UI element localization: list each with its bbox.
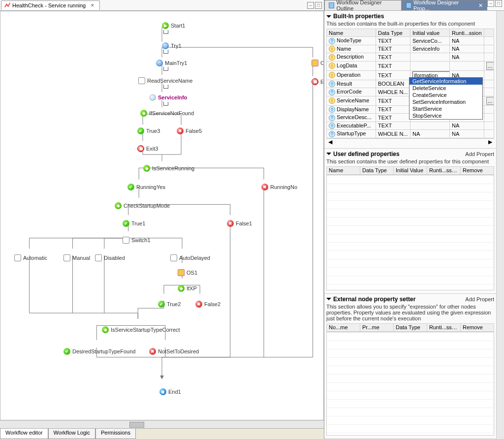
ellipsis-button[interactable]: …: [486, 62, 494, 70]
editor-tab-title: HealthCheck - Service running: [12, 2, 86, 8]
col-type[interactable]: Data Type: [376, 29, 410, 37]
prop-extra: [484, 122, 494, 130]
maximize-icon[interactable]: □: [315, 2, 322, 9]
node-checkstartupmode[interactable]: ◆CheckStartupMode: [115, 202, 170, 209]
close-icon[interactable]: ✕: [478, 2, 483, 9]
node-notsettodesired[interactable]: ✖NotSetToDesired: [149, 348, 199, 355]
node-isservicerunning[interactable]: ◆IsServiceRunning: [143, 165, 194, 172]
collapse-icon[interactable]: [326, 298, 331, 300]
node-disabled[interactable]: ▭Disabled: [95, 254, 125, 261]
dropdown-option[interactable]: GetServiceInformation: [410, 78, 482, 85]
node-exit1[interactable]: ⏹Exit1: [312, 78, 324, 85]
node-maintry1[interactable]: ⏱MainTry1: [156, 60, 187, 66]
node-runningno[interactable]: ✖RunningNo: [261, 184, 297, 190]
x-icon: ✖: [149, 348, 156, 355]
node-switch1[interactable]: ≡Switch1: [123, 237, 151, 244]
node-desiredfound[interactable]: ✔DesiredStartupTypeFound: [63, 348, 135, 355]
node-end1[interactable]: ◉End1: [159, 388, 181, 395]
prop-name: ServiceDesc...: [337, 114, 372, 120]
col-type[interactable]: Data Type: [394, 323, 427, 331]
prop-initial[interactable]: [410, 61, 450, 70]
check-icon: ✔: [127, 184, 134, 190]
prop-runtime: NA: [450, 37, 484, 45]
node-runningyes[interactable]: ✔RunningYes: [127, 184, 165, 190]
col-name[interactable]: Name: [327, 166, 360, 174]
property-row[interactable]: ! LogDataTEXT…: [327, 61, 494, 70]
node-true3[interactable]: ✔True3: [137, 127, 160, 134]
node-ifxp[interactable]: ◆IfXP: [178, 285, 197, 292]
col-initial[interactable]: Initial value: [410, 29, 450, 37]
node-true1[interactable]: ✔True1: [123, 220, 145, 227]
node-false5[interactable]: ✖False5: [177, 127, 202, 134]
prop-initial[interactable]: ServiceInfo: [410, 45, 450, 53]
property-row[interactable]: ? NodeTypeTEXTServiceCo...NA: [327, 37, 494, 45]
tab-workflow-logic[interactable]: Workflow Logic: [48, 429, 95, 439]
node-isstarttypecorrect[interactable]: ◆IsServiceStartupTypeCorrect: [102, 326, 180, 333]
prop-extra: [484, 53, 494, 62]
vertical-scrollbar[interactable]: [496, 11, 504, 439]
col-node[interactable]: No...me: [327, 323, 360, 331]
col-remove[interactable]: Remove: [461, 323, 494, 331]
close-icon[interactable]: ✕: [91, 3, 94, 8]
diamond-icon: ◆: [178, 285, 185, 292]
diamond-icon: ◆: [140, 110, 147, 117]
prop-extra[interactable]: …: [484, 61, 494, 70]
node-false1[interactable]: ✖False1: [227, 220, 252, 227]
tab-workflow-editor[interactable]: Workflow editor: [0, 429, 48, 439]
col-runtime[interactable]: Runti...ssion: [450, 29, 484, 37]
dropdown-option[interactable]: CreateService: [410, 92, 482, 98]
minimize-icon[interactable]: –: [487, 0, 494, 7]
maximize-icon[interactable]: □: [495, 0, 502, 7]
prop-runtime: NA: [450, 130, 484, 138]
collapse-icon[interactable]: [326, 15, 331, 18]
prop-initial[interactable]: [410, 122, 450, 130]
prop-extra[interactable]: …: [484, 96, 494, 105]
node-readservicename[interactable]: AReadServiceName: [138, 77, 192, 84]
tab-designer-outline[interactable]: Workflow Designer Outline: [324, 0, 402, 10]
node-ifservicenotfound[interactable]: ◆IfServiceNotFound: [140, 110, 194, 117]
col-runtime[interactable]: Runti...ssion: [427, 323, 461, 331]
col-type[interactable]: Data Type: [360, 166, 394, 174]
node-os1[interactable]: OS1: [178, 269, 197, 276]
node-automatic[interactable]: ▭Automatic: [14, 254, 47, 261]
col-name[interactable]: Name: [327, 29, 376, 37]
property-row[interactable]: ! DescriptionTEXTNA: [327, 53, 494, 62]
add-property-link[interactable]: Add Propert: [465, 296, 494, 302]
prop-initial[interactable]: ServiceCo...: [410, 37, 450, 45]
workflow-canvas[interactable]: ▶Start1 ⏱Try1 ⏱MainTry1 Catch1 ⏹Exit1 AR…: [0, 11, 324, 420]
collapse-icon[interactable]: [326, 153, 331, 155]
property-row[interactable]: ! NameTEXTServiceInfoNA: [327, 45, 494, 53]
node-autodelayed[interactable]: ▭AutoDelayed: [170, 254, 210, 261]
node-start1[interactable]: ▶Start1: [162, 22, 185, 29]
minimize-icon[interactable]: –: [307, 2, 314, 9]
operation-dropdown[interactable]: GetServiceInformationDeleteServiceCreate…: [409, 77, 483, 120]
properties-icon: [406, 2, 411, 8]
col-runtime[interactable]: Runti...ssion: [427, 166, 461, 174]
node-try1[interactable]: ⏱Try1: [162, 42, 182, 49]
property-row[interactable]: ? StartupTypeWHOLE N...NANA: [327, 130, 494, 138]
prop-initial[interactable]: [410, 53, 450, 62]
node-manual[interactable]: ▭Manual: [63, 254, 90, 261]
node-catch1[interactable]: Catch1: [312, 60, 324, 66]
horizontal-scrollbar[interactable]: [0, 420, 324, 428]
builtin-hscroll[interactable]: ◀▶: [326, 138, 494, 145]
node-true2[interactable]: ✔True2: [158, 301, 181, 308]
col-prop[interactable]: Pr...me: [360, 323, 394, 331]
dropdown-option[interactable]: SetServiceInformation: [410, 98, 482, 105]
editor-tab[interactable]: HealthCheck - Service running ✕: [1, 0, 100, 10]
node-exit3[interactable]: ⏹Exit3: [137, 145, 158, 152]
tab-designer-properties[interactable]: Workflow Designer Prop...✕: [402, 0, 487, 10]
add-property-link[interactable]: Add Propert: [465, 151, 494, 157]
node-false2[interactable]: ✖False2: [195, 301, 220, 308]
col-initial[interactable]: Initial Value: [394, 166, 427, 174]
property-row[interactable]: ? ExecutableP...TEXTNA: [327, 122, 494, 130]
dropdown-option[interactable]: DeleteService: [410, 85, 482, 92]
scroll-thumb[interactable]: [129, 422, 144, 428]
ellipsis-button[interactable]: …: [486, 97, 494, 105]
dropdown-option[interactable]: StartService: [410, 105, 482, 112]
prop-initial[interactable]: NA: [410, 130, 450, 138]
tab-permissions[interactable]: Permissions: [95, 429, 136, 439]
node-serviceinfo[interactable]: ⚙ServiceInfo: [149, 94, 187, 101]
col-remove[interactable]: Remove: [461, 166, 494, 174]
dropdown-option[interactable]: StopService: [410, 112, 482, 119]
